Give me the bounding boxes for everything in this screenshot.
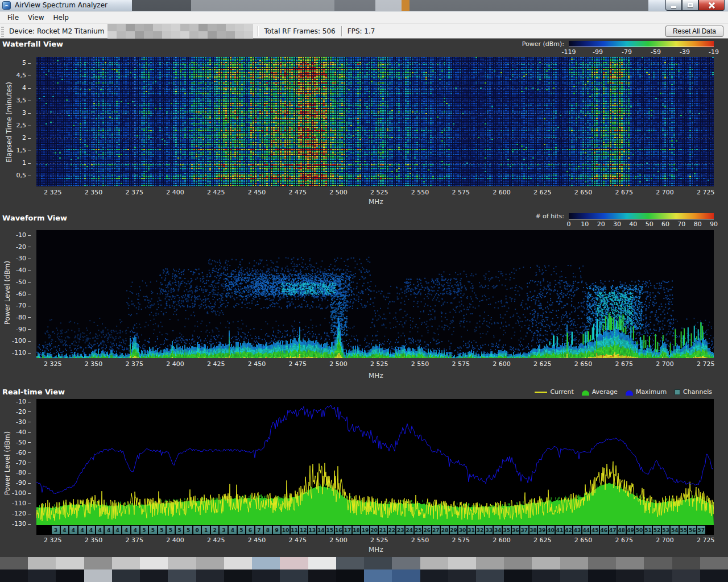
channel-cell[interactable]: 27 bbox=[432, 526, 441, 534]
channel-cell[interactable]: 39 bbox=[538, 526, 547, 534]
channel-cell[interactable]: 6 bbox=[246, 526, 255, 534]
channel-cell[interactable]: 28 bbox=[441, 526, 450, 534]
channel-cell[interactable]: 5 bbox=[158, 526, 167, 534]
waveform-plot[interactable] bbox=[36, 230, 714, 358]
title-bar[interactable]: AirView Spectrum Analyzer bbox=[0, 0, 728, 11]
channel-cell[interactable]: 36 bbox=[512, 526, 521, 534]
reset-all-data-button[interactable]: Reset All Data bbox=[665, 26, 723, 37]
taskbar-blurred[interactable] bbox=[0, 557, 728, 582]
channel-cell[interactable]: 5 bbox=[238, 526, 247, 534]
channel-cell[interactable]: 4 bbox=[229, 526, 238, 534]
y-tick-label: 5 bbox=[6, 59, 31, 66]
channel-cell[interactable]: 4 bbox=[105, 526, 114, 534]
channel-cell[interactable]: 35 bbox=[503, 526, 512, 534]
x-tick-label: 2 325 bbox=[44, 360, 62, 368]
channel-cell[interactable]: 25 bbox=[415, 526, 424, 534]
toolbar-grip[interactable] bbox=[1, 26, 4, 37]
channel-cell[interactable]: 47 bbox=[609, 526, 618, 534]
channel-cell[interactable]: 4 bbox=[69, 526, 78, 534]
blur-cell bbox=[217, 31, 226, 39]
channel-cell[interactable]: 30 bbox=[458, 526, 468, 534]
menu-item-help[interactable]: Help bbox=[49, 13, 73, 23]
channel-cell[interactable]: 24 bbox=[406, 526, 415, 534]
blur-cell bbox=[107, 24, 117, 31]
channel-cell[interactable]: 21 bbox=[379, 526, 388, 534]
channel-cell[interactable]: 43 bbox=[573, 526, 582, 534]
channel-cell[interactable]: 34 bbox=[494, 526, 503, 534]
channel-cell[interactable]: 26 bbox=[423, 526, 432, 534]
channel-cell[interactable]: 53 bbox=[662, 526, 671, 534]
separator bbox=[258, 26, 258, 36]
channel-cell[interactable]: 5 bbox=[167, 526, 176, 534]
channel-cell[interactable]: 42 bbox=[565, 526, 574, 534]
channel-cell[interactable]: 5 bbox=[140, 526, 150, 534]
channel-cell[interactable]: 4 bbox=[122, 526, 131, 534]
channel-cell[interactable]: 49 bbox=[627, 526, 636, 534]
channel-cell[interactable]: 5 bbox=[176, 526, 185, 534]
close-button[interactable] bbox=[698, 0, 725, 11]
realtime-plot[interactable] bbox=[36, 399, 714, 525]
channel-cell[interactable]: 46 bbox=[600, 526, 609, 534]
channel-cell[interactable] bbox=[706, 526, 714, 534]
channel-cell[interactable]: 17 bbox=[344, 526, 353, 534]
channel-cell[interactable]: 4 bbox=[61, 526, 70, 534]
channel-cell[interactable]: 54 bbox=[671, 526, 680, 534]
channel-cell[interactable]: 23 bbox=[396, 526, 406, 534]
channel-cell[interactable]: 8 bbox=[264, 526, 273, 534]
channel-cell[interactable]: 18 bbox=[353, 526, 362, 534]
channel-cell[interactable]: 41 bbox=[556, 526, 565, 534]
channel-cell[interactable]: 50 bbox=[635, 526, 644, 534]
channel-cell[interactable]: 20 bbox=[370, 526, 379, 534]
channel-cell[interactable]: 4 bbox=[131, 526, 140, 534]
channel-cell[interactable]: 11 bbox=[291, 526, 300, 534]
channel-strip[interactable]: 3444444444555555012345678910111213141516… bbox=[36, 525, 714, 535]
channel-cell[interactable]: 52 bbox=[653, 526, 662, 534]
channel-cell[interactable]: 5 bbox=[184, 526, 193, 534]
channel-cell[interactable]: 7 bbox=[255, 526, 264, 534]
channel-cell[interactable]: 37 bbox=[520, 526, 530, 534]
channel-cell[interactable]: 16 bbox=[335, 526, 344, 534]
channel-cell[interactable]: 44 bbox=[582, 526, 592, 534]
channel-cell[interactable]: 15 bbox=[326, 526, 335, 534]
menu-bar: FileViewHelp bbox=[0, 11, 728, 24]
channel-cell[interactable]: 10 bbox=[282, 526, 291, 534]
channel-cell[interactable]: 13 bbox=[308, 526, 317, 534]
channel-cell[interactable]: 12 bbox=[299, 526, 308, 534]
channel-cell[interactable]: 32 bbox=[476, 526, 485, 534]
channel-cell[interactable]: 29 bbox=[450, 526, 459, 534]
channel-cell[interactable]: 4 bbox=[96, 526, 105, 534]
channel-cell[interactable]: 40 bbox=[547, 526, 556, 534]
channel-cell[interactable]: 9 bbox=[273, 526, 282, 534]
channel-cell[interactable]: 22 bbox=[388, 526, 397, 534]
channel-cell[interactable]: 48 bbox=[618, 526, 627, 534]
channel-cell[interactable]: 51 bbox=[644, 526, 653, 534]
channel-cell[interactable]: 57 bbox=[697, 526, 706, 534]
channel-cell[interactable]: 5 bbox=[149, 526, 158, 534]
channel-cell[interactable]: 19 bbox=[361, 526, 370, 534]
channel-cell[interactable]: 31 bbox=[468, 526, 477, 534]
channel-cell[interactable] bbox=[36, 526, 44, 534]
menu-item-view[interactable]: View bbox=[24, 13, 48, 23]
blur-cell bbox=[244, 31, 253, 39]
taskbar-block bbox=[112, 557, 140, 569]
channel-cell[interactable]: 56 bbox=[688, 526, 697, 534]
channel-cell[interactable]: 33 bbox=[485, 526, 494, 534]
channel-cell[interactable]: 3 bbox=[52, 526, 61, 534]
channel-cell[interactable]: 14 bbox=[317, 526, 326, 534]
channel-cell[interactable]: 0 bbox=[193, 526, 202, 534]
maximize-button[interactable] bbox=[682, 0, 698, 11]
minimize-button[interactable] bbox=[665, 0, 682, 11]
waterfall-plot[interactable] bbox=[36, 57, 714, 186]
menu-item-file[interactable]: File bbox=[3, 13, 23, 23]
channel-cell[interactable]: 3 bbox=[220, 526, 229, 534]
channel-cell[interactable]: 2 bbox=[211, 526, 220, 534]
channel-cell[interactable]: 45 bbox=[591, 526, 600, 534]
channel-cell[interactable] bbox=[44, 526, 52, 534]
channel-cell[interactable]: 4 bbox=[78, 526, 88, 534]
taskbar-block bbox=[168, 557, 196, 569]
channel-cell[interactable]: 4 bbox=[114, 526, 123, 534]
channel-cell[interactable]: 55 bbox=[680, 526, 689, 534]
channel-cell[interactable]: 38 bbox=[530, 526, 539, 534]
channel-cell[interactable]: 4 bbox=[87, 526, 96, 534]
channel-cell[interactable]: 1 bbox=[202, 526, 211, 534]
